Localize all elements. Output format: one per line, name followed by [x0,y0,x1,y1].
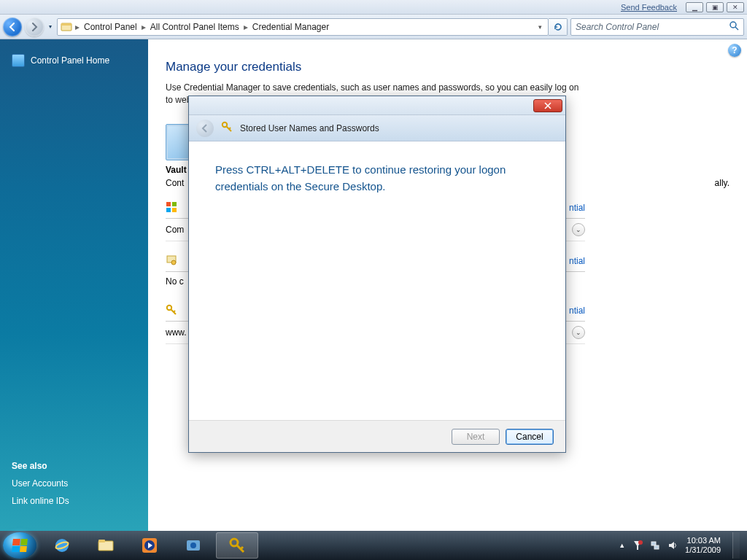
dialog-title: Stored User Names and Passwords [240,123,379,133]
add-credential-link[interactable]: ntial [569,306,585,316]
network-icon[interactable] [650,540,660,551]
key-icon [221,121,233,135]
search-icon [729,20,739,33]
page-title: Manage your credentials [166,60,729,74]
see-also-heading: See also [12,461,136,471]
dialog-back-button [196,120,214,137]
breadcrumb-separator: ▸ [74,22,81,32]
volume-icon[interactable] [667,540,678,551]
sidebar: Control Panel Home See also User Account… [0,39,148,531]
tray-time: 10:03 AM [685,536,721,545]
search-input[interactable]: Search Control Panel [570,18,744,36]
address-dropdown[interactable]: ▾ [535,23,545,31]
breadcrumb-separator: ▸ [140,22,147,32]
refresh-button[interactable] [549,18,568,36]
breadcrumb-item[interactable]: Control Panel [82,22,139,32]
expand-button[interactable]: ⌄ [572,223,585,236]
credential-row-label: www. [166,327,187,338]
taskbar: ▲ 10:03 AM 1/31/2009 [0,531,747,560]
breadcrumb-item[interactable]: Credential Manager [251,22,330,32]
desktop: Send Feedback ▁ ▣ ✕ ▾ ▸ Control Panel ▸ … [0,0,747,560]
home-icon [12,54,25,67]
nav-back-button[interactable] [3,18,22,36]
svg-line-12 [174,311,175,312]
svg-rect-7 [172,208,177,212]
svg-line-3 [735,27,738,30]
taskbar-app-button[interactable] [172,532,214,559]
dialog-titlebar[interactable] [189,96,565,115]
svg-rect-6 [166,208,171,212]
tray-clock[interactable]: 10:03 AM 1/31/2009 [685,536,721,554]
stored-passwords-dialog: Stored User Names and Passwords Press CT… [188,96,566,453]
help-icon[interactable]: ? [728,44,741,57]
see-also-link-user-accounts[interactable]: User Accounts [12,478,136,489]
start-button[interactable] [3,532,36,559]
dialog-close-button[interactable] [533,99,562,112]
search-placeholder: Search Control Panel [576,22,659,32]
taskbar-ie-button[interactable] [41,532,83,559]
windows-icon [166,201,177,215]
credential-row-label: No c [166,276,184,287]
taskbar-explorer-button[interactable] [85,532,127,559]
svg-rect-1 [61,23,71,26]
add-credential-link[interactable]: ntial [569,256,585,266]
svg-rect-19 [98,540,105,542]
svg-point-2 [730,22,736,28]
home-label: Control Panel Home [31,55,109,66]
tray-date: 1/31/2009 [685,545,721,555]
minimize-button[interactable]: ▁ [686,2,703,12]
see-also-link-online-ids[interactable]: Link online IDs [12,496,136,506]
tray-up-icon[interactable]: ▲ [619,542,625,549]
navigation-bar: ▾ ▸ Control Panel ▸ All Control Panel It… [0,15,747,39]
close-window-button[interactable]: ✕ [727,2,744,12]
credential-row-label: Com [166,225,184,235]
add-credential-link[interactable]: ntial [569,203,585,213]
breadcrumb-item[interactable]: All Control Panel Items [149,22,241,32]
dialog-footer: Next Cancel [189,420,565,452]
svg-rect-29 [651,542,656,545]
svg-point-28 [638,540,643,545]
location-icon [61,21,72,33]
expand-button[interactable]: ⌄ [572,326,585,339]
key-icon [166,304,177,318]
svg-line-15 [229,128,231,129]
action-center-icon[interactable] [632,540,643,551]
breadcrumb-separator: ▸ [242,22,249,32]
cancel-button[interactable]: Cancel [506,429,554,445]
system-tray: ▲ 10:03 AM 1/31/2009 [619,532,744,559]
svg-rect-4 [166,202,171,206]
show-desktop-button[interactable] [732,532,740,559]
control-panel-home-link[interactable]: Control Panel Home [0,48,148,73]
dialog-message: Press CTRL+ALT+DELETE to continue restor… [215,162,539,195]
dialog-header: Stored User Names and Passwords [189,115,565,141]
send-feedback-link[interactable]: Send Feedback [621,3,677,12]
dialog-body: Press CTRL+ALT+DELETE to continue restor… [189,141,565,420]
svg-point-9 [171,260,176,265]
nav-forward-button[interactable] [25,18,44,36]
taskbar-media-button[interactable] [128,532,171,559]
window-titlebar: Send Feedback ▁ ▣ ✕ [0,0,747,15]
see-also-section: See also User Accounts Link online IDs [0,461,148,519]
svg-rect-30 [654,545,659,549]
svg-point-23 [190,542,196,548]
svg-rect-5 [172,202,177,206]
certificate-icon [166,254,177,268]
taskbar-credential-button[interactable] [216,532,258,559]
svg-rect-27 [637,546,638,550]
next-button: Next [452,429,500,445]
address-bar[interactable]: ▸ Control Panel ▸ All Control Panel Item… [57,18,549,36]
nav-history-dropdown[interactable]: ▾ [47,18,54,36]
svg-line-26 [241,547,243,549]
windows-logo-icon [12,539,28,552]
maximize-button[interactable]: ▣ [706,2,724,12]
